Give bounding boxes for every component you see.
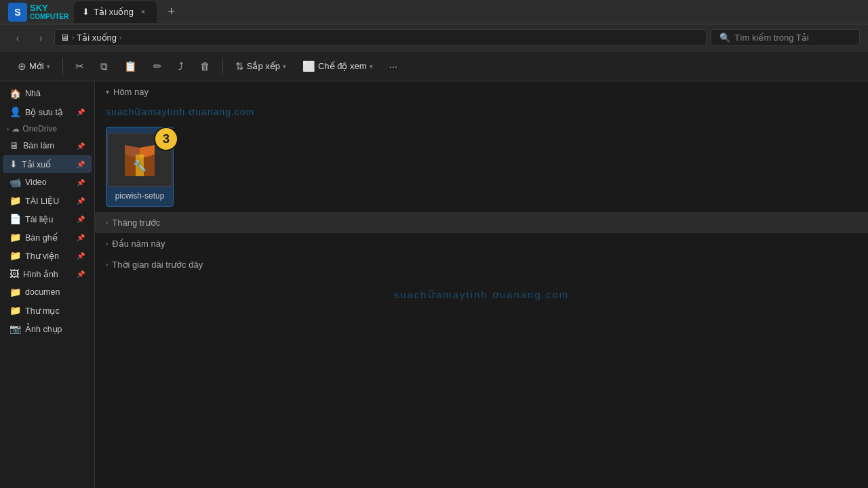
copy-button[interactable]: ⧉ [94, 57, 115, 76]
sidebar-item-anhchup[interactable]: 📷 Ảnh chụp [3, 320, 92, 338]
home-icon: 🏠 [9, 88, 21, 99]
logo-icon: S [8, 3, 27, 22]
onedrive-icon: ☁ [12, 124, 20, 134]
collections-icon: 👤 [9, 106, 21, 117]
videos-icon: 📹 [9, 177, 21, 188]
svg-text:🔧: 🔧 [133, 159, 146, 172]
breadcrumb[interactable]: 🖥 › Tải xuống › [54, 29, 707, 46]
sidebar-item-bango-label: Bàn ghế [25, 232, 58, 243]
sidebar-item-thuvien[interactable]: 📁 Thư viện 📌 [3, 247, 92, 264]
tailieu3-icon: 📄 [9, 214, 21, 224]
main-layout: 🏠 Nhà 👤 Bộ sưu tậ 📌 › ☁ OneDrive 🖥 Bàn l… [0, 81, 868, 488]
sidebar-item-thucmuc-label: Thư mục [25, 306, 60, 316]
logo-icon-text: S [14, 7, 20, 18]
sort-icon: ⇅ [235, 60, 244, 73]
section-today-header[interactable]: ▾ Hôm nay [95, 81, 868, 102]
breadcrumb-sep1: › [72, 34, 74, 41]
hinhanh-icon: 🖼 [9, 268, 19, 279]
nav-bar: ‹ › 🖥 › Tải xuống › 🔍 Tìm kiếm trong Tải [0, 24, 868, 52]
tailieu2-pin-icon: 📌 [77, 197, 85, 205]
sidebar-item-document[interactable]: 📁 documen [3, 283, 92, 301]
paste-button[interactable]: 📋 [117, 57, 144, 76]
sidebar-item-home-label: Nhà [25, 89, 41, 98]
toolbar: ⊕ Mới ▾ ✂ ⧉ 📋 ✏ ⤴ 🗑 ⇅ Sắp xếp ▾ ⬜ Chế độ… [0, 52, 868, 81]
content-area: ▾ Hôm nay suachữamaytinh ơuanang.com [95, 81, 868, 488]
tab-close-button[interactable]: × [138, 7, 149, 18]
sidebar-item-downloads-label: Tải xuố [22, 159, 51, 169]
logo-line1: SKY [30, 3, 68, 13]
hinhanh-pin-icon: 📌 [77, 270, 85, 278]
section-longago-arrow: › [106, 261, 108, 268]
new-label: Mới [29, 61, 44, 71]
section-earlyyear-label: Đầu năm này [112, 239, 165, 249]
logo-text: SKY COMPUTER [30, 3, 68, 20]
cut-button[interactable]: ✂ [68, 57, 91, 76]
tailieu3-pin-icon: 📌 [77, 216, 85, 223]
sidebar-item-anhchup-label: Ảnh chụp [25, 324, 62, 334]
videos-pin-icon: 📌 [77, 179, 85, 186]
sort-button[interactable]: ⇅ Sắp xếp ▾ [229, 57, 293, 76]
sidebar-item-home[interactable]: 🏠 Nhà [3, 85, 92, 102]
search-placeholder: Tìm kiếm trong Tải [734, 33, 809, 43]
thuvien-icon: 📁 [9, 250, 21, 261]
anhchup-icon: 📷 [9, 323, 21, 334]
tailieu2-icon: 📁 [9, 195, 21, 206]
sort-label: Sắp xếp [247, 61, 280, 71]
more-button[interactable]: ··· [382, 57, 405, 75]
sort-chevron-icon: ▾ [283, 63, 286, 70]
sidebar-item-tailieu2[interactable]: 📁 TÀI LIỆU 📌 [3, 192, 92, 209]
section-lastmonth-header[interactable]: › Tháng trước [95, 212, 868, 233]
sidebar-item-collections-label: Bộ sưu tậ [25, 107, 63, 117]
watermark-bottom: suachữamaytinh ơuanang.com [95, 275, 868, 314]
today-files-grid: 🔧 3 picwish-setup [95, 121, 868, 212]
rename-button[interactable]: ✏ [146, 57, 169, 76]
file-item-picwish[interactable]: 🔧 3 picwish-setup [106, 127, 174, 207]
new-button[interactable]: ⊕ Mới ▾ [11, 57, 57, 76]
paste-icon: 📋 [124, 60, 137, 73]
sidebar-item-thucmuc[interactable]: 📁 Thư mục [3, 302, 92, 319]
logo-line2: COMPUTER [30, 13, 68, 20]
title-bar: S SKY COMPUTER ⬇ Tải xuống × + [0, 0, 868, 24]
sidebar-item-tailieu3[interactable]: 📄 Tài liệu 📌 [3, 210, 92, 228]
section-today-arrow: ▾ [106, 88, 109, 96]
copy-icon: ⧉ [100, 60, 108, 73]
downloads-pin-icon: 📌 [77, 161, 85, 168]
file-badge-3: 3 [154, 127, 178, 151]
sidebar-item-tailieu3-label: Tài liệu [25, 214, 53, 224]
downloads-icon: ⬇ [9, 159, 18, 169]
section-longago-header[interactable]: › Thời gian dài trước đây [95, 254, 868, 275]
forward-button[interactable]: › [31, 28, 50, 47]
back-button[interactable]: ‹ [8, 28, 27, 47]
sidebar: 🏠 Nhà 👤 Bộ sưu tậ 📌 › ☁ OneDrive 🖥 Bàn l… [0, 81, 95, 488]
sidebar-item-bango[interactable]: 📁 Bàn ghế 📌 [3, 228, 92, 246]
desktop-pin-icon: 📌 [77, 142, 85, 150]
section-today-label: Hôm nay [113, 87, 149, 97]
sidebar-item-downloads[interactable]: ⬇ Tải xuố 📌 [3, 155, 92, 173]
section-longago-label: Thời gian dài trước đây [112, 260, 203, 270]
cut-icon: ✂ [75, 60, 84, 73]
section-lastmonth-arrow: › [106, 219, 108, 226]
breadcrumb-label: Tải xuống [77, 33, 117, 43]
tab-icon: ⬇ [82, 7, 90, 17]
search-box[interactable]: 🔍 Tìm kiếm trong Tải [711, 29, 860, 46]
add-tab-button[interactable]: + [162, 3, 181, 22]
file-name-picwish: picwish-setup [115, 191, 165, 201]
view-button[interactable]: ⬜ Chế độ xem ▾ [296, 57, 380, 76]
watermark-top: suachữamaytinh ơuanang.com [95, 102, 868, 121]
sidebar-item-videos-label: Video [25, 178, 47, 187]
delete-button[interactable]: 🗑 [193, 57, 217, 75]
share-button[interactable]: ⤴ [172, 57, 191, 75]
sidebar-item-videos[interactable]: 📹 Video 📌 [3, 174, 92, 191]
sidebar-item-onedrive-expand[interactable]: › ☁ OneDrive [0, 121, 94, 136]
sidebar-item-hinhanh[interactable]: 🖼 Hình ảnh 📌 [3, 265, 92, 283]
section-longago: › Thời gian dài trước đây [95, 254, 868, 275]
section-lastmonth: › Tháng trước [95, 212, 868, 233]
section-earlyyear-header[interactable]: › Đầu năm này [95, 233, 868, 254]
sidebar-item-desktop[interactable]: 🖥 Bàn làm 📌 [3, 137, 92, 155]
toolbar-sep1 [62, 58, 63, 75]
sidebar-item-collections[interactable]: 👤 Bộ sưu tậ 📌 [3, 103, 92, 121]
bango-pin-icon: 📌 [77, 234, 85, 241]
more-icon: ··· [389, 60, 398, 72]
breadcrumb-root-icon: 🖥 [60, 33, 69, 43]
active-tab[interactable]: ⬇ Tải xuống × [74, 1, 157, 23]
